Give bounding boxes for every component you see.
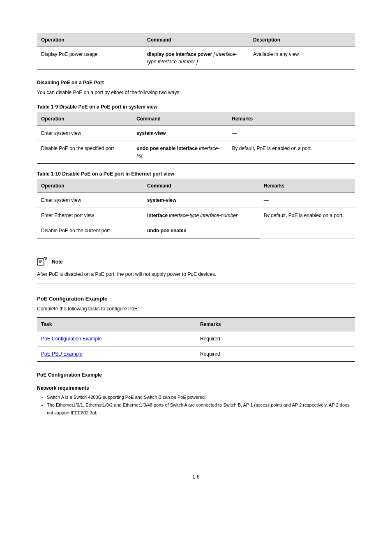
section-heading-disabling: Disabling PoE on a PoE Port [37,80,355,86]
col-operation: Operation [37,33,143,47]
poe-config-link[interactable]: PoE Configuration Example [41,336,101,342]
table-row: Disable PoE on the specified port undo p… [37,141,355,163]
list-item: The Ethernet1/0/1, Ethernet1/0/2 and Eth… [47,401,355,416]
cell-command: system-view [143,192,260,208]
poe-psu-link[interactable]: PoE PSU Example [41,351,83,357]
col-remarks: Remarks [260,179,355,192]
col-command: Command [132,112,228,125]
table-row: Enter system view system-view — [37,125,355,141]
cell-desc: By default, PoE is enabled on a port. [228,141,355,163]
table-row: Enter system view system-view — [37,192,355,208]
tasks-table: Task Remarks PoE Configuration Example R… [37,317,355,362]
col-remarks: Remarks [228,112,355,125]
cell-command: undo poe enable interface interface-list [132,141,228,163]
col-operation: Operation [37,112,132,125]
cell-task: PoE Configuration Example [37,331,196,347]
note-icon [37,257,48,267]
col-command: Command [143,179,260,192]
section-heading-config-example: PoE Configuration Example [37,296,355,302]
cell-operation: Enter system view [37,192,143,208]
table-row: Display PoE power usage display poe inte… [37,47,355,69]
table-caption-1-9: Table 1-9 Disable PoE on a PoE port in s… [37,104,355,110]
cell-desc: — [228,125,355,141]
col-description: Description [249,33,355,47]
disabling-intro: You can disable PoE on a port by either … [37,89,355,97]
cell-desc: By default, PoE is enabled on a port. [260,208,355,238]
page-number: 1-6 [37,474,355,480]
table-row: PoE PSU Example Required [37,347,355,362]
note-box: Note After PoE is disabled on a PoE port… [37,251,355,284]
cell-command: system-view [132,125,228,141]
note-text: After PoE is disabled on a PoE port, the… [37,271,355,278]
cell-command: display poe interface power [ interface-… [143,47,249,69]
list-item: Switch A is a Switch 4200G supporting Po… [47,393,355,401]
cell-operation: Display PoE power usage [37,47,143,69]
cell-operation: Enter Ethernet port view [37,208,143,223]
poe-display-table: Operation Command Description Display Po… [37,33,355,69]
cell-desc: — [260,192,355,208]
col-task: Task [37,318,196,331]
cell-operation: Disable PoE on the specified port [37,141,132,163]
cell-remarks: Required [196,331,355,347]
cell-operation: Enter system view [37,125,132,141]
cell-command: undo poe enable [143,223,260,238]
cell-operation: Disable PoE on the current port [37,223,143,238]
disable-portview-table: Operation Command Remarks Enter system v… [37,179,355,238]
cell-remarks: Required [196,347,355,362]
table-row: PoE Configuration Example Required [37,331,355,347]
config-intro: Complete the following tasks to configur… [37,305,355,313]
disable-sysview-table: Operation Command Remarks Enter system v… [37,112,355,164]
section-heading-example: PoE Configuration Example [37,372,355,378]
cell-task: PoE PSU Example [37,347,196,362]
col-command: Command [143,33,249,47]
col-operation: Operation [37,179,143,192]
col-remarks: Remarks [196,318,355,331]
table-caption-1-10: Table 1-10 Disable PoE on a PoE port in … [37,171,355,177]
cell-command: interface interface-type interface-numbe… [143,208,260,223]
network-req-heading: Network requirements [37,385,355,391]
svg-rect-0 [37,259,44,265]
table-row: Enter Ethernet port view interface inter… [37,208,355,223]
note-label: Note [52,259,63,265]
cell-desc: Available in any view [249,47,355,69]
